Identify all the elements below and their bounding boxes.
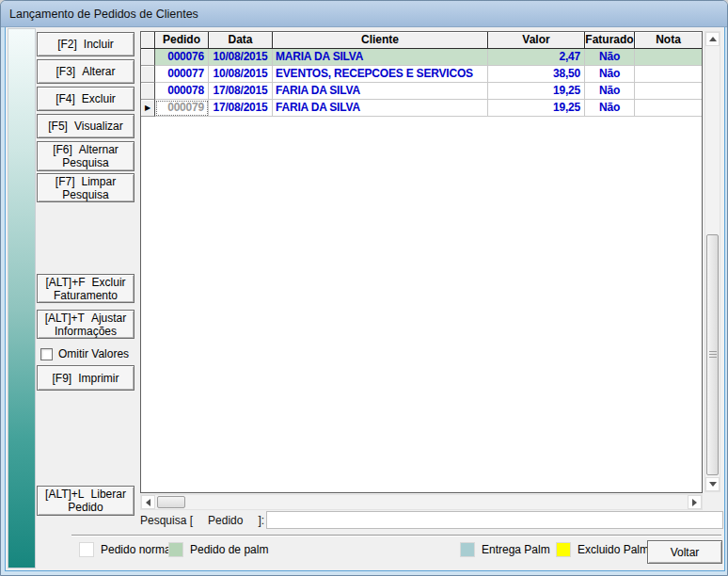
cell-data[interactable]: 17/08/2015 (209, 100, 273, 117)
row-selector-icon: ▶ (145, 104, 150, 112)
button-key: [ALT]+T (45, 312, 85, 325)
column-header-data[interactable]: Data (209, 32, 273, 49)
button-key: [F7] (55, 175, 75, 188)
window-title: Lançamento de Pedidos de Clientes (1, 8, 198, 21)
cell-nota[interactable] (635, 83, 702, 100)
button-label2: Faturamento (54, 289, 118, 302)
search-input[interactable] (266, 511, 723, 529)
incluir-button[interactable]: [F2]Incluir (37, 32, 135, 56)
button-label: Excluir (92, 276, 126, 289)
alternar-pesquisa-button[interactable]: [F6]Alternar Pesquisa (37, 141, 135, 171)
scroll-up-icon (709, 37, 717, 41)
cell-valor[interactable]: 19,25 (488, 83, 585, 100)
button-key: [F2] (57, 38, 77, 51)
client-area: [F2]Incluir [F3]Alterar [F4]Excluir [F5]… (5, 27, 725, 571)
checkbox-box-icon[interactable] (40, 348, 53, 360)
checkbox-label: Omitir Valores (58, 347, 129, 360)
column-header-pedido[interactable]: Pedido (155, 32, 209, 49)
title-bar[interactable]: Lançamento de Pedidos de Clientes (1, 1, 728, 27)
column-header-nota[interactable]: Nota (635, 32, 702, 49)
search-field-name: Pedido (208, 514, 243, 527)
button-key: [F9] (53, 372, 72, 385)
cell-cliente[interactable]: EVENTOS, RECEPCOES E SERVICOS (273, 66, 488, 83)
cell-nota[interactable] (635, 66, 702, 83)
button-label: Alternar (79, 143, 119, 156)
legend-label: Entrega Palm (482, 543, 550, 556)
legend-swatch-green (168, 542, 183, 557)
legend-label: Pedido normal (101, 543, 173, 556)
legend-excluido-palm: Excluido Palm (556, 542, 649, 557)
row-indicator (141, 66, 155, 83)
limpar-pesquisa-button[interactable]: [F7]Limpar Pesquisa (37, 173, 135, 202)
cell-pedido[interactable]: 000077 (155, 66, 209, 83)
footer-separator (71, 535, 721, 536)
legend-pedido-de-palm: Pedido de palm (168, 542, 268, 557)
cell-data[interactable]: 10/08/2015 (209, 66, 273, 83)
cell-pedido-focused[interactable]: 000079 (155, 100, 209, 117)
button-label2: Informações (55, 325, 117, 338)
alterar-button[interactable]: [F3]Alterar (37, 59, 135, 84)
button-label: Visualizar (74, 120, 123, 133)
vertical-scroll-track[interactable] (705, 46, 720, 477)
button-label: Alterar (82, 65, 115, 78)
cell-data[interactable]: 17/08/2015 (209, 83, 273, 100)
cell-valor[interactable]: 19,25 (488, 100, 585, 117)
horizontal-scroll-thumb[interactable] (157, 496, 185, 508)
cell-valor[interactable]: 2,47 (488, 49, 585, 66)
vertical-scroll-thumb[interactable] (706, 234, 719, 475)
legend-label: Excluido Palm (578, 543, 649, 556)
imprimir-button[interactable]: [F9]Imprimir (37, 365, 135, 391)
sidebar-gradient (8, 28, 36, 568)
visualizar-button[interactable]: [F5]Visualizar (37, 114, 135, 138)
button-key: [ALT]+F (45, 276, 85, 289)
button-label: Liberar (91, 488, 126, 501)
vertical-scrollbar[interactable] (704, 31, 720, 492)
button-label: Ajustar (91, 312, 126, 325)
table-row[interactable]: 000077 10/08/2015 EVENTOS, RECEPCOES E S… (141, 66, 702, 83)
table-row[interactable]: 000076 10/08/2015 MARIA DA SILVA 2,47 Nã… (141, 49, 702, 66)
row-indicator (141, 49, 155, 66)
voltar-button[interactable]: Voltar (647, 540, 722, 564)
scroll-right-button[interactable] (688, 495, 702, 509)
legend-entrega-palm: Entrega Palm (460, 542, 550, 557)
table-row[interactable]: 000078 17/08/2015 FARIA DA SILVA 19,25 N… (141, 83, 702, 100)
column-header-faturado[interactable]: Faturado (585, 32, 635, 49)
cell-cliente[interactable]: FARIA DA SILVA (273, 100, 488, 117)
table-row-selected[interactable]: ▶ 000079 17/08/2015 FARIA DA SILVA 19,25… (141, 100, 702, 117)
scroll-up-button[interactable] (705, 32, 720, 46)
cell-nota[interactable] (635, 49, 702, 66)
cell-pedido[interactable]: 000076 (155, 49, 209, 66)
omitir-valores-checkbox[interactable]: Omitir Valores (40, 347, 129, 360)
scroll-down-button[interactable] (705, 477, 720, 491)
column-header-valor[interactable]: Valor (488, 32, 585, 49)
cell-data[interactable]: 10/08/2015 (209, 49, 273, 66)
horizontal-scrollbar[interactable] (140, 494, 703, 510)
cell-faturado[interactable]: Não (585, 100, 635, 117)
cell-faturado[interactable]: Não (585, 49, 635, 66)
cell-faturado[interactable]: Não (585, 83, 635, 100)
cell-nota[interactable] (635, 100, 702, 117)
row-indicator: ▶ (141, 100, 155, 117)
button-label2: Pesquisa (62, 156, 108, 169)
button-label2: Pesquisa (62, 188, 108, 201)
excluir-button[interactable]: [F4]Excluir (37, 87, 135, 111)
column-header-cliente[interactable]: Cliente (273, 32, 488, 49)
cell-pedido[interactable]: 000078 (155, 83, 209, 100)
button-key: [F3] (55, 65, 75, 78)
cell-cliente[interactable]: MARIA DA SILVA (273, 49, 488, 66)
button-label: Imprimir (78, 372, 119, 385)
row-indicator (141, 83, 155, 100)
grid-corner (141, 32, 155, 49)
cell-cliente[interactable]: FARIA DA SILVA (273, 83, 488, 100)
grid-header-row: Pedido Data Cliente Valor Faturado Nota (141, 32, 702, 49)
excluir-faturamento-button[interactable]: [ALT]+FExcluir Faturamento (37, 274, 135, 303)
horizontal-scroll-track[interactable] (155, 495, 688, 509)
ajustar-informacoes-button[interactable]: [ALT]+TAjustar Informações (37, 310, 135, 339)
liberar-pedido-button[interactable]: [ALT]+LLiberar Pedido (37, 486, 135, 516)
scroll-left-button[interactable] (141, 495, 155, 509)
cell-faturado[interactable]: Não (585, 66, 635, 83)
scroll-right-icon (692, 499, 697, 506)
search-label-suffix: ]: (258, 514, 264, 527)
cell-valor[interactable]: 38,50 (488, 66, 585, 83)
scroll-left-icon (146, 499, 150, 506)
